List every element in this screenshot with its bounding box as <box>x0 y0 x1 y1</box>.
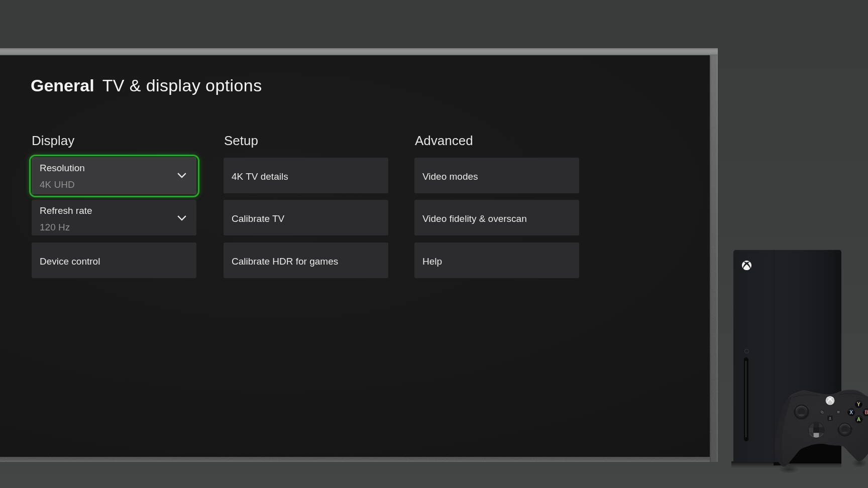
svg-text:Y: Y <box>857 402 860 407</box>
svg-text:A: A <box>857 417 860 422</box>
svg-text:X: X <box>849 410 853 415</box>
svg-text:B: B <box>865 410 868 415</box>
